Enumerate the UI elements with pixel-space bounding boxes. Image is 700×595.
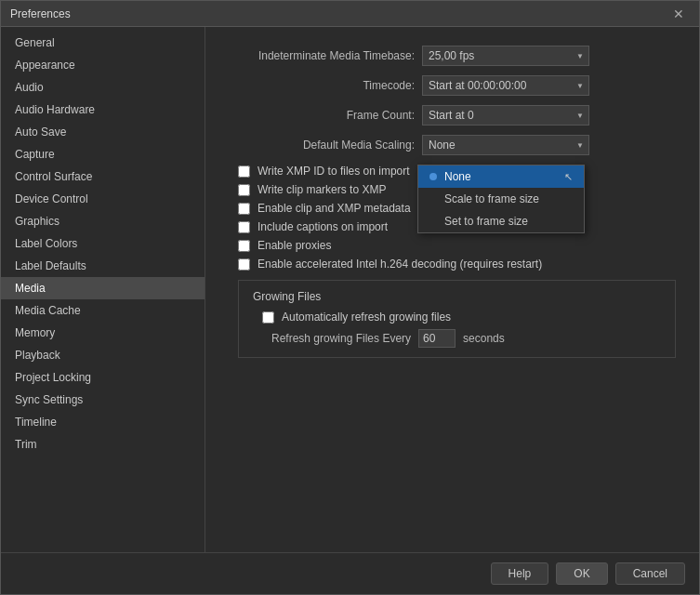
sidebar-item-capture[interactable]: Capture bbox=[1, 143, 205, 165]
indeterminate-select-wrapper: 25,00 fps bbox=[422, 46, 589, 66]
sidebar-item-label-defaults[interactable]: Label Defaults bbox=[1, 255, 205, 277]
cancel-button[interactable]: Cancel bbox=[615, 562, 685, 585]
dialog-title: Preferences bbox=[10, 7, 71, 20]
refresh-seconds-label: seconds bbox=[463, 332, 505, 345]
preferences-dialog: Preferences ✕ General Appearance Audio A… bbox=[0, 0, 700, 595]
dropdown-set-label: Set to frame size bbox=[444, 215, 528, 228]
content-area: General Appearance Audio Audio Hardware … bbox=[1, 27, 699, 552]
sidebar-item-device-control[interactable]: Device Control bbox=[1, 188, 205, 210]
sidebar-item-appearance[interactable]: Appearance bbox=[1, 54, 205, 76]
refresh-label: Refresh growing Files Every bbox=[271, 332, 411, 345]
refresh-row: Refresh growing Files Every seconds bbox=[253, 329, 661, 348]
sidebar-item-timeline[interactable]: Timeline bbox=[1, 411, 205, 433]
unselected-indicator-icon-2 bbox=[429, 218, 437, 225]
checkbox-xmp-id-label: Write XMP ID to files on import bbox=[258, 165, 410, 178]
sidebar-item-project-locking[interactable]: Project Locking bbox=[1, 366, 205, 389]
cursor-icon: ↖ bbox=[564, 171, 573, 183]
checkbox-intel-h264[interactable] bbox=[238, 258, 250, 271]
dropdown-scale-label: Scale to frame size bbox=[444, 192, 539, 205]
dropdown-item-set-to-frame[interactable]: Set to frame size bbox=[418, 210, 584, 232]
checkbox-auto-refresh[interactable] bbox=[262, 311, 274, 324]
dropdown-none-label: None bbox=[444, 170, 471, 183]
sidebar: General Appearance Audio Audio Hardware … bbox=[1, 27, 205, 552]
checkbox-clip-markers-label: Write clip markers to XMP bbox=[258, 183, 386, 196]
dropdown-item-none[interactable]: None ↖ bbox=[418, 165, 584, 188]
sidebar-item-memory[interactable]: Memory bbox=[1, 322, 205, 344]
dropdown-item-scale-to-frame[interactable]: Scale to frame size bbox=[418, 188, 584, 210]
selected-indicator-icon bbox=[429, 173, 437, 180]
timecode-label: Timecode: bbox=[229, 79, 415, 92]
checkbox-intel-h264-label: Enable accelerated Intel h.264 decoding … bbox=[258, 258, 542, 271]
growing-files-title: Growing Files bbox=[253, 290, 661, 303]
checkbox-row-proxies: Enable proxies bbox=[229, 239, 676, 252]
sidebar-item-general[interactable]: General bbox=[1, 32, 205, 54]
checkbox-proxies-label: Enable proxies bbox=[258, 239, 331, 252]
sidebar-item-graphics[interactable]: Graphics bbox=[1, 210, 205, 232]
default-scaling-select[interactable]: None bbox=[422, 135, 589, 155]
timecode-row: Timecode: Start at 00:00:00:00 bbox=[229, 75, 676, 96]
frame-count-select-wrapper: Start at 0 bbox=[422, 105, 589, 126]
checkbox-clip-markers[interactable] bbox=[238, 184, 250, 196]
checkbox-captions-label: Include captions on import bbox=[258, 220, 388, 233]
default-scaling-row: Default Media Scaling: None bbox=[229, 135, 676, 155]
checkbox-row-intel-h264: Enable accelerated Intel h.264 decoding … bbox=[229, 258, 676, 271]
sidebar-item-label-colors[interactable]: Label Colors bbox=[1, 232, 205, 255]
sidebar-item-playback[interactable]: Playback bbox=[1, 344, 205, 366]
sidebar-item-sync-settings[interactable]: Sync Settings bbox=[1, 389, 205, 411]
indeterminate-label: Indeterminate Media Timebase: bbox=[229, 49, 415, 62]
indeterminate-row: Indeterminate Media Timebase: 25,00 fps bbox=[229, 46, 676, 66]
checkbox-captions[interactable] bbox=[238, 221, 250, 233]
frame-count-label: Frame Count: bbox=[229, 109, 415, 122]
default-scaling-label: Default Media Scaling: bbox=[229, 139, 415, 152]
checkbox-auto-refresh-label: Automatically refresh growing files bbox=[282, 311, 451, 324]
help-button[interactable]: Help bbox=[491, 562, 549, 585]
checkbox-clip-xmp-metadata[interactable] bbox=[238, 203, 250, 215]
ok-button[interactable]: OK bbox=[556, 562, 607, 585]
refresh-interval-input[interactable] bbox=[418, 329, 456, 348]
indeterminate-select[interactable]: 25,00 fps bbox=[422, 46, 589, 66]
title-bar: Preferences ✕ bbox=[1, 1, 699, 27]
timecode-select-wrapper: Start at 00:00:00:00 bbox=[422, 75, 589, 96]
close-button[interactable]: ✕ bbox=[667, 5, 690, 23]
sidebar-item-audio[interactable]: Audio bbox=[1, 76, 205, 99]
sidebar-item-media[interactable]: Media bbox=[1, 277, 205, 299]
checkbox-clip-xmp-metadata-label: Enable clip and XMP metadata bbox=[258, 202, 411, 215]
checkbox-row-auto-refresh: Automatically refresh growing files bbox=[253, 311, 661, 324]
checkbox-xmp-id[interactable] bbox=[238, 165, 250, 178]
sidebar-item-audio-hardware[interactable]: Audio Hardware bbox=[1, 99, 205, 121]
sidebar-item-media-cache[interactable]: Media Cache bbox=[1, 299, 205, 322]
main-panel: Indeterminate Media Timebase: 25,00 fps … bbox=[205, 27, 699, 552]
frame-count-select[interactable]: Start at 0 bbox=[422, 105, 589, 126]
default-scaling-select-wrapper: None bbox=[422, 135, 589, 155]
timecode-select[interactable]: Start at 00:00:00:00 bbox=[422, 75, 589, 96]
footer: Help OK Cancel bbox=[1, 552, 699, 594]
frame-count-row: Frame Count: Start at 0 bbox=[229, 105, 676, 126]
sidebar-item-auto-save[interactable]: Auto Save bbox=[1, 121, 205, 143]
sidebar-item-trim[interactable]: Trim bbox=[1, 433, 205, 456]
unselected-indicator-icon bbox=[429, 195, 437, 203]
checkbox-proxies[interactable] bbox=[238, 240, 250, 252]
growing-files-section: Growing Files Automatically refresh grow… bbox=[238, 280, 676, 358]
scaling-dropdown: None ↖ Scale to frame size Set to frame … bbox=[417, 165, 585, 233]
sidebar-item-control-surface[interactable]: Control Surface bbox=[1, 165, 205, 188]
